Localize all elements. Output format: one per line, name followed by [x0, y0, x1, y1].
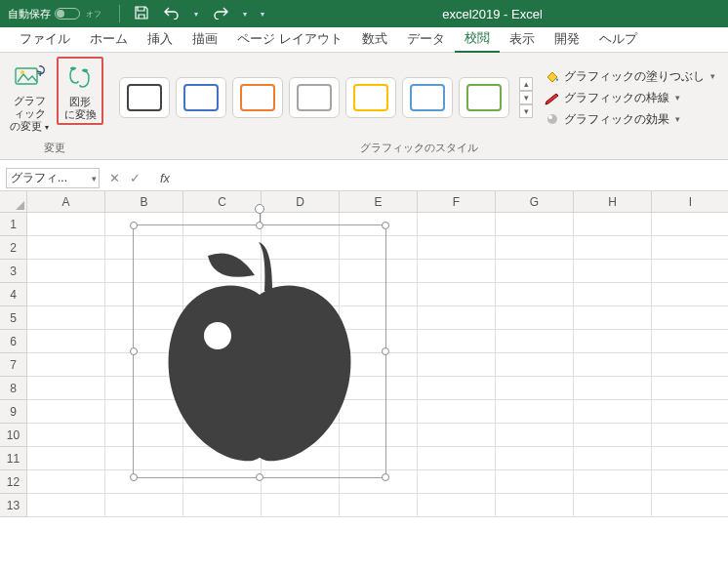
tab-view[interactable]: 表示	[500, 26, 545, 52]
cell[interactable]	[652, 494, 728, 517]
row-header-2[interactable]: 2	[0, 236, 27, 260]
style-preset-4[interactable]	[345, 77, 396, 118]
gallery-scroll-up[interactable]: ▴	[519, 77, 533, 91]
cell[interactable]	[652, 283, 728, 306]
cell[interactable]	[418, 447, 496, 470]
gallery-scroll-down[interactable]: ▾	[519, 91, 533, 104]
resize-handle-e[interactable]	[382, 347, 389, 355]
redo-icon[interactable]	[212, 6, 229, 22]
row-header-3[interactable]: 3	[0, 260, 27, 283]
cell[interactable]	[574, 424, 652, 447]
resize-handle-se[interactable]	[382, 473, 389, 481]
cell[interactable]	[574, 377, 652, 400]
cell[interactable]	[496, 236, 574, 260]
cell[interactable]	[496, 377, 574, 400]
col-header-C[interactable]: C	[183, 191, 262, 213]
cell[interactable]	[652, 470, 728, 494]
tab-developer[interactable]: 開発	[545, 26, 589, 52]
row-header-5[interactable]: 5	[0, 306, 27, 330]
cells-grid[interactable]	[27, 213, 728, 517]
save-icon[interactable]	[134, 5, 149, 23]
cell[interactable]	[574, 213, 652, 236]
cell[interactable]	[27, 400, 105, 424]
cell[interactable]	[496, 447, 574, 470]
cell[interactable]	[496, 260, 574, 283]
autosave-switch-icon[interactable]	[55, 8, 80, 20]
rotate-handle[interactable]	[255, 204, 264, 214]
resize-handle-ne[interactable]	[382, 222, 389, 229]
graphic-fill-button[interactable]: グラフィックの塗りつぶし ▾	[541, 67, 719, 86]
cell[interactable]	[27, 353, 105, 377]
undo-icon[interactable]	[163, 6, 181, 22]
style-gallery[interactable]	[115, 71, 513, 124]
cell[interactable]	[418, 283, 496, 306]
cell[interactable]	[27, 306, 105, 330]
cell[interactable]	[652, 260, 728, 283]
cell[interactable]	[418, 424, 496, 447]
name-box-dropdown-icon[interactable]: ▾	[92, 174, 97, 183]
cell[interactable]	[27, 470, 105, 494]
cell[interactable]	[496, 470, 574, 494]
cell[interactable]	[27, 330, 105, 353]
col-header-A[interactable]: A	[27, 191, 105, 213]
cell[interactable]	[418, 400, 496, 424]
cell[interactable]	[183, 494, 262, 517]
cell[interactable]	[652, 236, 728, 260]
gallery-expand[interactable]: ▾	[519, 104, 533, 118]
style-preset-3[interactable]	[289, 77, 340, 118]
tab-draw[interactable]: 描画	[182, 26, 227, 52]
cell[interactable]	[496, 330, 574, 353]
selected-graphic[interactable]	[133, 224, 386, 478]
cell[interactable]	[574, 236, 652, 260]
cell[interactable]	[418, 353, 496, 377]
select-all-corner[interactable]	[0, 191, 27, 213]
cell[interactable]	[652, 330, 728, 353]
cell[interactable]	[652, 306, 728, 330]
cell[interactable]	[27, 494, 105, 517]
resize-handle-w[interactable]	[130, 347, 138, 355]
cell[interactable]	[27, 377, 105, 400]
row-header-13[interactable]: 13	[0, 494, 27, 517]
tab-review[interactable]: 校閲	[455, 25, 500, 53]
col-header-F[interactable]: F	[418, 191, 496, 213]
cell[interactable]	[105, 494, 183, 517]
row-header-10[interactable]: 10	[0, 424, 27, 447]
cell[interactable]	[574, 330, 652, 353]
cell[interactable]	[262, 494, 340, 517]
cell[interactable]	[27, 213, 105, 236]
cell[interactable]	[574, 470, 652, 494]
cell[interactable]	[652, 353, 728, 377]
cell[interactable]	[652, 377, 728, 400]
resize-handle-nw[interactable]	[130, 222, 138, 229]
row-header-6[interactable]: 6	[0, 330, 27, 353]
cell[interactable]	[496, 424, 574, 447]
cell[interactable]	[418, 494, 496, 517]
cell[interactable]	[574, 306, 652, 330]
style-preset-1[interactable]	[176, 77, 226, 118]
cell[interactable]	[418, 213, 496, 236]
apple-icon[interactable]	[147, 234, 372, 468]
cell[interactable]	[27, 447, 105, 470]
change-graphic-button[interactable]: グラフィック の変更 ▾	[6, 57, 53, 137]
cell[interactable]	[574, 400, 652, 424]
row-header-9[interactable]: 9	[0, 400, 27, 424]
cell[interactable]	[652, 400, 728, 424]
tab-help[interactable]: ヘルプ	[589, 26, 647, 52]
undo-dropdown-icon[interactable]: ▾	[194, 10, 198, 19]
row-header-7[interactable]: 7	[0, 353, 27, 377]
tab-formulas[interactable]: 数式	[352, 26, 397, 52]
col-header-I[interactable]: I	[652, 191, 728, 213]
cell[interactable]	[27, 424, 105, 447]
tab-data[interactable]: データ	[397, 26, 455, 52]
row-header-12[interactable]: 12	[0, 470, 27, 494]
style-preset-0[interactable]	[119, 77, 170, 118]
cell[interactable]	[27, 283, 105, 306]
resize-handle-n[interactable]	[256, 222, 263, 229]
name-box[interactable]: グラフィ... ▾	[6, 168, 100, 188]
tab-pagelayout[interactable]: ページ レイアウト	[227, 26, 352, 52]
cell[interactable]	[496, 213, 574, 236]
row-header-1[interactable]: 1	[0, 213, 27, 236]
cell[interactable]	[340, 494, 418, 517]
col-header-G[interactable]: G	[496, 191, 574, 213]
row-header-4[interactable]: 4	[0, 283, 27, 306]
